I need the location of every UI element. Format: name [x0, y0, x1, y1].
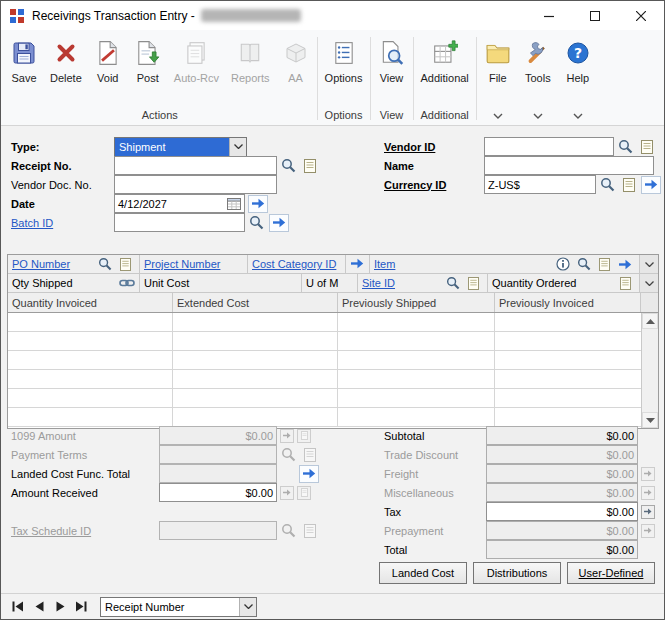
- date-value: 4/12/2027: [118, 198, 167, 210]
- minimize-button[interactable]: [526, 1, 572, 30]
- total-label: Total: [384, 544, 486, 556]
- tax-expansion-button[interactable]: [641, 505, 655, 519]
- freight-expansion-button: [641, 467, 655, 481]
- cost-category-expansion-arrow-icon[interactable]: [351, 258, 364, 271]
- item-lookup-button[interactable]: [574, 255, 593, 273]
- currency-id-expansion-button[interactable]: [641, 176, 661, 194]
- delete-button[interactable]: Delete: [44, 31, 88, 84]
- item-expansion-arrow-icon[interactable]: [616, 255, 635, 273]
- auto-rcv-button: Auto-Rcv: [168, 31, 225, 84]
- qty-ordered-note-button[interactable]: [616, 274, 635, 292]
- help-menu-dropdown[interactable]: [558, 112, 598, 125]
- help-button[interactable]: ? Help: [558, 31, 598, 84]
- additional-icon: [432, 38, 458, 68]
- scroll-down-button[interactable]: [642, 412, 658, 428]
- type-dropdown[interactable]: Shipment: [114, 137, 247, 157]
- batch-id-expansion-button[interactable]: [269, 214, 289, 232]
- grid-row[interactable]: [8, 389, 641, 408]
- save-label: Save: [11, 72, 36, 84]
- tools-icon: [525, 38, 551, 68]
- vendor-id-note-button[interactable]: [637, 137, 656, 156]
- item-note-button[interactable]: [595, 255, 614, 273]
- date-expansion-button[interactable]: [248, 195, 268, 213]
- po-number-lookup-button[interactable]: [95, 255, 114, 273]
- ribbon-separator: [476, 37, 477, 120]
- scrollbar-track[interactable]: [642, 329, 658, 412]
- po-number-note-button[interactable]: [116, 255, 135, 273]
- vendor-id-link[interactable]: Vendor ID: [384, 141, 484, 153]
- vendor-doc-input[interactable]: [114, 175, 277, 194]
- tools-button[interactable]: Tools: [518, 31, 558, 84]
- project-number-link[interactable]: Project Number: [144, 258, 220, 270]
- site-id-link[interactable]: Site ID: [362, 277, 395, 289]
- amount-received-input[interactable]: $0.00: [159, 483, 277, 502]
- date-input[interactable]: 4/12/2027: [114, 194, 245, 213]
- amount-1099-note-button: [297, 429, 311, 443]
- batch-id-link[interactable]: Batch ID: [11, 217, 114, 229]
- additional-group-caption: Additional: [415, 108, 475, 125]
- previous-record-button[interactable]: [30, 598, 48, 616]
- cost-category-link[interactable]: Cost Category ID: [252, 258, 336, 270]
- vendor-id-input[interactable]: [484, 137, 614, 156]
- item-info-icon[interactable]: [553, 255, 572, 273]
- landed-cost-expansion-button[interactable]: [299, 465, 319, 483]
- receipt-no-lookup-button[interactable]: [279, 156, 298, 175]
- currency-id-link[interactable]: Currency ID: [384, 179, 484, 191]
- grid-row[interactable]: [8, 351, 641, 370]
- grid-row[interactable]: [8, 370, 641, 389]
- currency-id-note-button[interactable]: [619, 175, 638, 194]
- void-button[interactable]: Void: [88, 31, 128, 84]
- file-button[interactable]: File: [478, 31, 518, 84]
- save-button[interactable]: Save: [4, 31, 44, 84]
- vendor-doc-row: Vendor Doc. No.: [11, 175, 277, 194]
- show-detail-toggle-button[interactable]: [640, 255, 658, 273]
- distributions-button[interactable]: Distributions: [473, 562, 561, 584]
- tax-input[interactable]: $0.00: [486, 502, 638, 521]
- receipt-no-note-button[interactable]: [300, 156, 319, 175]
- grid-row[interactable]: [8, 408, 641, 427]
- browse-by-dropdown[interactable]: Receipt Number: [100, 597, 257, 617]
- total-field: $0.00: [486, 540, 638, 559]
- grid-scrollbar[interactable]: [641, 313, 658, 428]
- landed-cost-button[interactable]: Landed Cost: [379, 562, 467, 584]
- scroll-up-button[interactable]: [642, 313, 658, 329]
- close-button[interactable]: [618, 1, 664, 30]
- qty-shipped-link-icon[interactable]: [119, 278, 135, 288]
- site-id-lookup-button[interactable]: [443, 274, 462, 292]
- first-record-button[interactable]: [9, 598, 27, 616]
- maximize-button[interactable]: [572, 1, 618, 30]
- user-defined-button[interactable]: User-Defined: [567, 562, 655, 584]
- additional-button[interactable]: Additional: [415, 31, 475, 84]
- ribbon-group-view: View View: [372, 31, 412, 125]
- last-record-button[interactable]: [72, 598, 90, 616]
- view-button[interactable]: View: [372, 31, 412, 84]
- titlebar: Receivings Transaction Entry -: [1, 1, 664, 30]
- post-button[interactable]: Post: [128, 31, 168, 84]
- grid-row[interactable]: [8, 313, 641, 332]
- file-menu-dropdown[interactable]: [478, 112, 518, 125]
- batch-id-input[interactable]: [114, 213, 245, 232]
- name-input[interactable]: [484, 156, 654, 175]
- qty-invoiced-label: Quantity Invoiced: [12, 297, 97, 309]
- po-number-link[interactable]: PO Number: [12, 258, 70, 270]
- date-calendar-icon[interactable]: [227, 197, 241, 210]
- receipt-no-input[interactable]: [114, 156, 277, 175]
- item-link[interactable]: Item: [374, 258, 395, 270]
- options-button[interactable]: Options: [319, 31, 369, 84]
- type-row: Type: Shipment: [11, 137, 247, 156]
- date-label: Date: [11, 198, 114, 210]
- file-label: File: [489, 72, 507, 84]
- next-record-button[interactable]: [51, 598, 69, 616]
- site-id-note-button[interactable]: [464, 274, 483, 292]
- browse-by-dropdown-arrow-icon[interactable]: [239, 598, 256, 616]
- currency-id-input[interactable]: Z-US$: [484, 175, 596, 194]
- hide-detail-toggle-button[interactable]: [640, 274, 658, 292]
- tools-menu-dropdown[interactable]: [518, 112, 558, 125]
- view-icon: [380, 38, 404, 68]
- batch-id-lookup-button[interactable]: [247, 213, 266, 232]
- currency-id-row: Currency ID Z-US$: [384, 175, 661, 194]
- vendor-id-lookup-button[interactable]: [616, 137, 635, 156]
- currency-id-lookup-button[interactable]: [598, 175, 617, 194]
- type-dropdown-arrow-icon[interactable]: [229, 138, 246, 156]
- grid-row[interactable]: [8, 332, 641, 351]
